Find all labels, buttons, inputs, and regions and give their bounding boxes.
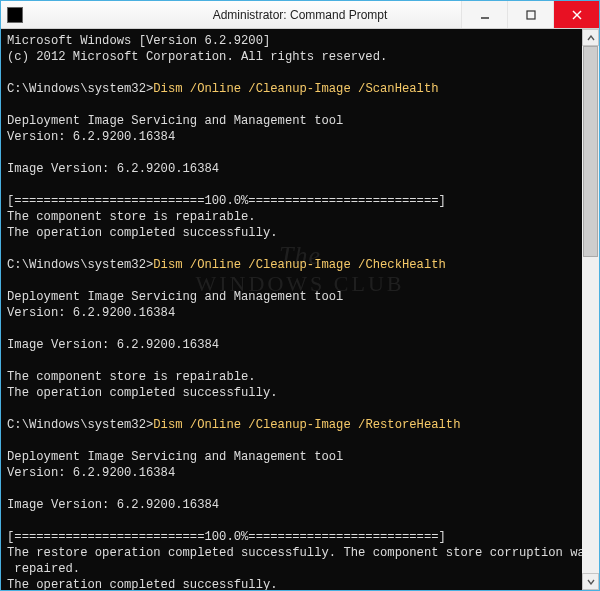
success-line: The operation completed successfully.	[7, 578, 278, 590]
copyright-line: (c) 2012 Microsoft Corporation. All righ…	[7, 50, 387, 64]
minimize-icon	[480, 10, 490, 20]
image-version-line: Image Version: 6.2.9200.16384	[7, 338, 219, 352]
command-restorehealth: Dism /Online /Cleanup-Image /RestoreHeal…	[153, 418, 460, 432]
close-icon	[572, 10, 582, 20]
success-line: The operation completed successfully.	[7, 226, 278, 240]
os-header: Microsoft Windows [Version 6.2.9200]	[7, 34, 270, 48]
dism-tool-line: Deployment Image Servicing and Managemen…	[7, 114, 343, 128]
vertical-scrollbar[interactable]	[582, 29, 599, 590]
app-icon[interactable]	[7, 7, 23, 23]
terminal-output[interactable]: Microsoft Windows [Version 6.2.9200] (c)…	[1, 29, 582, 590]
image-version-line: Image Version: 6.2.9200.16384	[7, 162, 219, 176]
repairable-line: The component store is repairable.	[7, 210, 256, 224]
prompt: C:\Windows\system32>	[7, 418, 153, 432]
maximize-icon	[526, 10, 536, 20]
progress-bar: [==========================100.0%=======…	[7, 530, 446, 544]
dism-version-line: Version: 6.2.9200.16384	[7, 130, 175, 144]
minimize-button[interactable]	[461, 1, 507, 28]
window-title: Administrator: Command Prompt	[213, 8, 388, 22]
prompt: C:\Windows\system32>	[7, 258, 153, 272]
progress-bar: [==========================100.0%=======…	[7, 194, 446, 208]
success-line: The operation completed successfully.	[7, 386, 278, 400]
command-prompt-window: Administrator: Command Prompt Microsoft …	[0, 0, 600, 591]
scrollbar-thumb[interactable]	[583, 46, 598, 257]
dism-tool-line: Deployment Image Servicing and Managemen…	[7, 290, 343, 304]
chevron-down-icon	[587, 579, 595, 585]
titlebar[interactable]: Administrator: Command Prompt	[1, 1, 599, 29]
prompt: C:\Windows\system32>	[7, 82, 153, 96]
command-scanhealth: Dism /Online /Cleanup-Image /ScanHealth	[153, 82, 438, 96]
chevron-up-icon	[587, 35, 595, 41]
maximize-button[interactable]	[507, 1, 553, 28]
dism-version-line: Version: 6.2.9200.16384	[7, 466, 175, 480]
image-version-line: Image Version: 6.2.9200.16384	[7, 498, 219, 512]
terminal-area: Microsoft Windows [Version 6.2.9200] (c)…	[1, 29, 599, 590]
restore-success-line: The restore operation completed successf…	[7, 546, 582, 576]
scrollbar-track[interactable]	[582, 46, 599, 573]
dism-version-line: Version: 6.2.9200.16384	[7, 306, 175, 320]
scroll-down-button[interactable]	[582, 573, 599, 590]
scroll-up-button[interactable]	[582, 29, 599, 46]
svg-rect-1	[527, 11, 535, 19]
repairable-line: The component store is repairable.	[7, 370, 256, 384]
dism-tool-line: Deployment Image Servicing and Managemen…	[7, 450, 343, 464]
close-button[interactable]	[553, 1, 599, 28]
window-controls	[461, 1, 599, 28]
command-checkhealth: Dism /Online /Cleanup-Image /CheckHealth	[153, 258, 446, 272]
